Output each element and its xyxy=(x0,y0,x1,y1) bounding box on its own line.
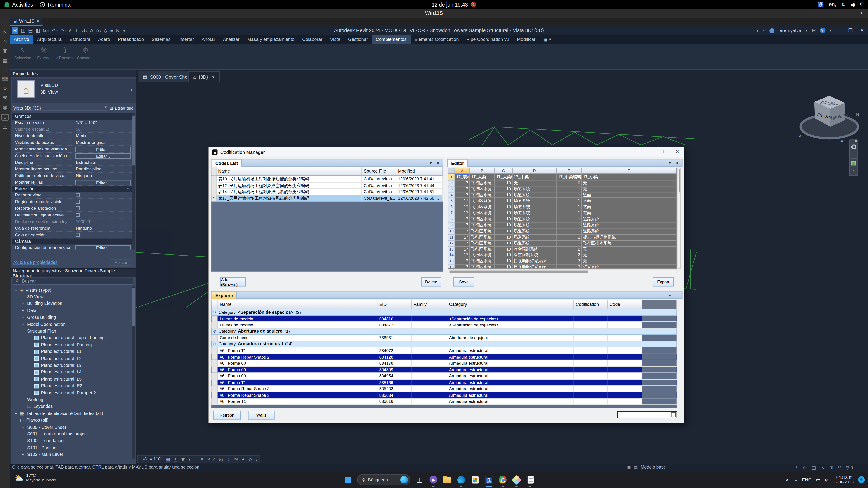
tree-item-s100-foundation[interactable]: +S100 - Foundation xyxy=(11,437,133,444)
crop-region-icon[interactable]: ⍉ xyxy=(207,456,210,462)
row-number[interactable]: 6 xyxy=(448,204,455,210)
explorer-item-row[interactable]: #6 : Forma T1835189Armadura estructural xyxy=(212,379,677,386)
editor-spreadsheet[interactable]: ABCDEF117_表格编码17_大类17_大类编码17_中类17_中类编码17… xyxy=(448,168,677,269)
browser-search-box[interactable]: ⚲ xyxy=(13,278,133,285)
tree-item-s001-learn-about-this-project[interactable]: +S001 - Learn about this project xyxy=(11,431,133,437)
ribbon-button-selecci-n[interactable]: ↖Selección xyxy=(13,46,32,68)
explorer-item-row[interactable]: #6 : Forma Rebar Shape 2834128Armadura e… xyxy=(212,354,677,360)
signed-in-user[interactable]: jeremyalva xyxy=(778,28,801,33)
apply-button[interactable]: Aplicar xyxy=(110,260,132,266)
tree-item-planos-all[interactable]: −▢Planos (all) xyxy=(11,417,133,424)
tools-icon[interactable]: ⚒ xyxy=(3,95,7,101)
pane-pin-close-icons[interactable]: ▼ × xyxy=(429,161,441,165)
property-row-mostrar-l-neas-ocultas[interactable]: Mostrar líneas ocultasPor disciplina xyxy=(11,166,133,173)
sheet-cell-b15[interactable]: 飞行区系统 xyxy=(470,259,495,265)
sheet-cell-f10[interactable]: 道路系统 xyxy=(582,228,677,234)
clock-widget[interactable]: 7:43 p. m. 12/06/2023 xyxy=(833,475,854,485)
ribbon-tab-vista[interactable]: Vista xyxy=(326,35,344,43)
expander-icon[interactable]: + xyxy=(21,301,25,306)
property-row-desfase-de-delimitaci-n-leja[interactable]: Desfase de delimitación leja...1000' 0" xyxy=(11,219,133,225)
revit-logo-icon[interactable]: R xyxy=(11,27,18,34)
sheet-cell-d4[interactable]: 场道系统 xyxy=(513,192,557,198)
expander-icon[interactable]: − xyxy=(14,418,18,423)
ribbon-button-externo[interactable]: ⚒Externo xyxy=(34,46,53,68)
filter-icon[interactable]: ▽ xyxy=(846,465,849,470)
sheet-cell-d1[interactable]: 17_中类 xyxy=(513,174,557,180)
navbar-close-icon[interactable]: × xyxy=(855,139,857,143)
taskbar-icon-chat[interactable] xyxy=(429,475,438,484)
dialog-titlebar[interactable]: Codification Manager ─ ❐ ✕ xyxy=(209,147,684,157)
sheet-cell-e3[interactable]: 1 xyxy=(557,186,582,193)
sheet-cell-a13[interactable]: 17 xyxy=(455,247,470,253)
sheet-cell-d3[interactable]: 场道系统 xyxy=(513,186,557,193)
row-number[interactable]: 2 xyxy=(448,180,455,186)
clock[interactable]: 12 de jun 19:43 xyxy=(432,1,468,7)
sheet-cell-a10[interactable]: 17 xyxy=(455,228,470,234)
collapse-icon[interactable]: ⌃ xyxy=(127,115,129,119)
collapse-icon[interactable]: ⌃ xyxy=(127,239,129,243)
explorer-category-row-separaci-n-de-espacios[interactable]: ⊖Category<Separación de espacios>(2) xyxy=(212,309,677,316)
screenshot-icon[interactable]: ◉ xyxy=(3,105,7,110)
explorer-item-row[interactable]: Líneas de modelo604816<Separación de esp… xyxy=(212,316,677,322)
sheet-cell-a2[interactable]: 17 xyxy=(455,180,470,186)
sheet-cell-c3[interactable]: 10 xyxy=(495,186,513,193)
expander-icon[interactable]: + xyxy=(21,397,25,402)
expander-icon[interactable]: + xyxy=(21,445,25,450)
column-header-a[interactable]: A xyxy=(455,168,470,173)
sheet-cell-b16[interactable]: 飞行区系统 xyxy=(470,265,495,269)
sheet-cell-a7[interactable]: 17 xyxy=(455,210,470,217)
sheet-cell-d16[interactable]: 目视助航灯光系统 xyxy=(513,265,557,269)
taskbar-icon-start[interactable] xyxy=(343,475,352,484)
sheet-cell-b13[interactable]: 飞行区系统 xyxy=(470,247,495,253)
sheet-cell-b12[interactable]: 飞行区系统 xyxy=(470,240,495,247)
property-value[interactable]: Ninguno xyxy=(74,226,133,231)
unlocked-view-icon[interactable]: ⌂ xyxy=(213,456,216,462)
tree-item-structural-plan[interactable]: −Structural Plan xyxy=(11,328,133,335)
taskbar-icon-taskview[interactable]: ◫ xyxy=(415,475,424,484)
touch-keyboard-icon[interactable]: ▭ xyxy=(816,477,820,482)
taskbar-icon-store[interactable] xyxy=(471,475,479,484)
sheet-cell-a6[interactable]: 17 xyxy=(455,204,470,210)
checkbox[interactable] xyxy=(76,213,80,217)
exclude-options-icon[interactable]: ⇱ xyxy=(821,465,825,470)
property-row-nivel-de-detalle[interactable]: Nivel de detalleMedio xyxy=(11,133,133,139)
property-row-disciplina[interactable]: DisciplinaEstructura xyxy=(11,159,133,166)
dialog-maximize-button[interactable]: ❐ xyxy=(663,149,668,154)
ribbon-overflow-icon[interactable]: ▣ ▾ xyxy=(539,35,555,43)
sheet-cell-f12[interactable]: 飞行区排水系统 xyxy=(582,240,677,247)
multi-monitor-icon[interactable]: ◫ xyxy=(3,67,7,72)
row-number[interactable]: 11 xyxy=(448,234,455,240)
column-header-b[interactable]: B xyxy=(470,168,495,173)
sheet-cell-c5[interactable]: 10 xyxy=(495,198,513,204)
view-scale-label[interactable]: 1/8" = 1'-0" xyxy=(141,456,162,461)
editor-tab[interactable]: Editor xyxy=(447,159,468,167)
explorer-column-code[interactable]: Code xyxy=(608,300,642,309)
sheet-cell-f3[interactable]: 无 xyxy=(582,186,677,193)
sheet-cell-d11[interactable]: 场道系统 xyxy=(513,234,557,240)
property-row-estilo-por-defecto-de-visuali[interactable]: Estilo por defecto de visuali...Ninguno xyxy=(11,173,133,179)
sheet-cell-f9[interactable]: 道路系统 xyxy=(582,223,677,229)
row-selector[interactable]: ▸ xyxy=(212,195,217,201)
codes-row[interactable]: 表10_民用运输机场工程对象按功能的分类和编码C:\Data\revit_a..… xyxy=(212,176,443,182)
expander-icon[interactable]: + xyxy=(21,315,25,320)
search-icon[interactable]: ⚲ xyxy=(762,27,766,34)
properties-panel-title[interactable]: Propiedades xyxy=(11,70,135,77)
expander-icon[interactable]: + xyxy=(21,425,25,430)
ribbon-tab-colaborar[interactable]: Colaborar xyxy=(298,35,327,43)
explorer-category-row-aberturas-de-agujero[interactable]: ⊖CategoryAberturas de agujero(1) xyxy=(212,328,677,335)
sheet-cell-f14[interactable]: 无 xyxy=(582,253,677,259)
taskbar-icon-chrome[interactable] xyxy=(498,475,507,484)
sheet-cell-d15[interactable]: 目视助航灯光系统 xyxy=(513,259,557,265)
sheet-cell-a9[interactable]: 17 xyxy=(455,223,470,229)
reveal-hidden-icon[interactable]: ☼ xyxy=(226,456,231,462)
tab-close-icon[interactable]: × xyxy=(37,19,39,24)
row-selector[interactable] xyxy=(212,322,218,328)
link-icon[interactable]: ◫ xyxy=(812,465,816,470)
ribbon-button-etransmit[interactable]: ⇧eTransmit xyxy=(55,46,74,68)
sheet-cell-b1[interactable]: 17_大类 xyxy=(470,174,495,180)
properties-help-link[interactable]: Ayuda de propiedades xyxy=(13,260,58,265)
accessibility-icon[interactable]: ♿ xyxy=(817,2,824,7)
sheet-cell-b14[interactable]: 飞行区系统 xyxy=(470,253,495,259)
checkbox[interactable] xyxy=(76,200,80,203)
tree-item-plano-estructural-r2[interactable]: Plano estructural: R2 xyxy=(11,383,133,389)
